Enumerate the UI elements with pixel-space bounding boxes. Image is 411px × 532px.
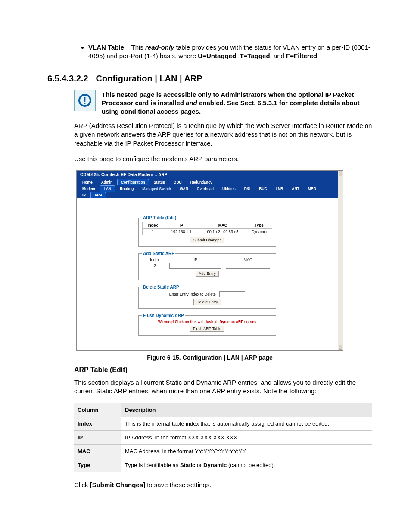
tab-configuration[interactable]: Configuration: [117, 179, 149, 185]
tab-di[interactable]: D&I: [240, 185, 255, 192]
vlan-bullet: VLAN Table – This read-only table provid…: [47, 43, 372, 61]
flush-fieldset: Flush Dynamic ARP Warning! Click on this…: [138, 313, 276, 336]
delete-index-input[interactable]: [219, 291, 245, 297]
add-static-legend: Add Static ARP: [142, 251, 175, 256]
add-index-value: 2: [144, 264, 165, 268]
table-row: IP IP Address, in the format XXX.XXX.XXX…: [74, 430, 372, 444]
bullet-title: VLAN Table: [88, 44, 124, 51]
para-usage: Use this page to configure the modem's A…: [74, 155, 372, 163]
table-row: MAC MAC Address, in the format YY:YY:YY:…: [74, 444, 372, 458]
tab-lnb[interactable]: LNB: [272, 185, 287, 192]
table-row: Type Type is identifiable as Static or D…: [74, 458, 372, 472]
delete-entry-button[interactable]: Delete Entry: [193, 299, 221, 305]
tab-status[interactable]: Status: [150, 179, 169, 185]
tab-redundancy[interactable]: Redundancy: [187, 179, 216, 185]
add-static-fieldset: Add Static ARP Index IP MAC 2 Add Entry: [138, 251, 276, 280]
description-table: Column Description Index This is the int…: [74, 403, 372, 472]
tab-wan[interactable]: WAN: [176, 185, 192, 192]
tab-arp[interactable]: ARP: [90, 192, 106, 198]
arp-table: Index IP MAC Type 1 192.168.1.1 00:1b:21…: [142, 222, 272, 235]
section-heading: 6.5.4.3.2.2Configuration | LAN | ARP: [47, 74, 372, 84]
arp-table-legend: ARP Table (Edit): [142, 215, 177, 220]
tab-routing[interactable]: Routing: [116, 185, 137, 192]
para-arp-desc: ARP (Address Resolution Protocol) is a t…: [74, 121, 372, 148]
delete-label: Enter Entry Index to Delete: [169, 292, 216, 296]
footer-rule: [24, 525, 387, 525]
add-entry-button[interactable]: Add Entry: [196, 271, 219, 277]
arp-window: CDM-625: Comtech EF Data Modem :: ARP Ho…: [76, 170, 343, 351]
add-mac-input[interactable]: [226, 263, 270, 269]
submit-changes-button[interactable]: Submit Changes: [190, 237, 225, 243]
tab-row-2: Modem LAN Routing Managed Switch WAN Ove…: [77, 185, 338, 192]
add-ip-input[interactable]: [169, 263, 221, 269]
subheading-arp-table-edit: ARP Table (Edit): [74, 366, 372, 374]
tab-modem[interactable]: Modem: [78, 185, 99, 192]
delete-static-fieldset: Delete Static ARP Enter Entry Index to D…: [138, 285, 276, 309]
tab-row-1: Home Admin Configuration Status ODU Redu…: [77, 179, 338, 185]
tab-utilities[interactable]: Utilities: [218, 185, 240, 192]
tab-lan[interactable]: LAN: [100, 185, 115, 192]
tab-admin[interactable]: Admin: [97, 179, 116, 185]
info-icon: !: [74, 90, 96, 111]
tab-ant[interactable]: ANT: [288, 185, 303, 192]
para-click-submit: Click [Submit Changes] to save these set…: [74, 481, 372, 489]
tab-ip[interactable]: IP: [78, 192, 90, 198]
table-row: Index This is the internal table index t…: [74, 417, 372, 430]
flush-legend: Flush Dynamic ARP: [142, 313, 185, 318]
tab-managed-switch[interactable]: Managed Switch: [138, 185, 175, 192]
tab-home[interactable]: Home: [78, 179, 97, 185]
flush-button[interactable]: Flush ARP Table: [190, 326, 224, 332]
note-text: This nested page is accessible only to A…: [102, 90, 372, 116]
tab-buc[interactable]: BUC: [255, 185, 271, 192]
scrollbar[interactable]: [338, 171, 343, 350]
figure-caption: Figure 6-15. Configuration | LAN | ARP p…: [47, 354, 372, 361]
tab-overhead[interactable]: Overhead: [193, 185, 218, 192]
tab-meo[interactable]: MEO: [304, 185, 320, 192]
flush-warning: Warning! Click on this will flush all Dy…: [142, 320, 272, 324]
para-table-desc: This section displays all current Static…: [74, 378, 372, 396]
tab-odu[interactable]: ODU: [170, 179, 186, 185]
tab-row-3: IP ARP: [77, 192, 338, 198]
arp-table-fieldset: ARP Table (Edit) Index IP MAC Type 1 192…: [138, 215, 276, 247]
delete-static-legend: Delete Static ARP: [142, 285, 180, 289]
table-row: 1 192.168.1.1 00:1b:21:09:83:e3 Dynamic: [143, 229, 272, 235]
window-title: CDM-625: Comtech EF Data Modem :: ARP: [77, 171, 338, 179]
